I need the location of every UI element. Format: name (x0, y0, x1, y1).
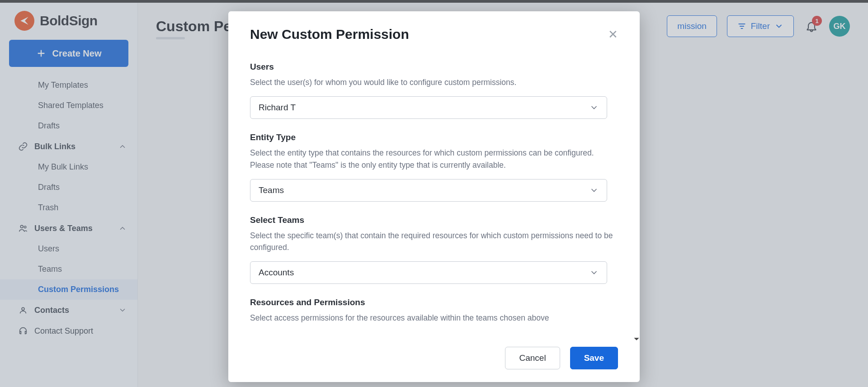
teams-desc: Select the specific team(s) that contain… (250, 230, 618, 254)
entity-value: Teams (259, 185, 284, 195)
modal-body[interactable]: Users Select the user(s) for whom you wo… (228, 47, 640, 336)
close-icon[interactable]: ✕ (608, 28, 618, 40)
users-desc: Select the user(s) for whom you would li… (250, 76, 618, 88)
chevron-down-icon (590, 186, 599, 195)
new-permission-modal: New Custom Permission ✕ Users Select the… (228, 11, 640, 382)
modal-title: New Custom Permission (250, 27, 409, 42)
caret-down-icon (633, 336, 640, 344)
users-value: Richard T (259, 103, 296, 113)
teams-label: Select Teams (250, 215, 618, 225)
chevron-down-icon (590, 103, 599, 112)
teams-dropdown[interactable]: Accounts (250, 261, 607, 284)
resources-desc: Select access permissions for the resour… (250, 312, 618, 324)
users-dropdown[interactable]: Richard T (250, 96, 607, 119)
teams-value: Accounts (259, 268, 294, 278)
resources-label: Resources and Permissions (250, 297, 618, 307)
entity-desc: Select the entity type that contains the… (250, 147, 618, 171)
chevron-down-icon (590, 268, 599, 277)
cancel-button[interactable]: Cancel (505, 347, 560, 369)
entity-label: Entity Type (250, 132, 618, 142)
save-button[interactable]: Save (570, 347, 618, 369)
entity-dropdown[interactable]: Teams (250, 179, 607, 202)
users-label: Users (250, 62, 618, 72)
